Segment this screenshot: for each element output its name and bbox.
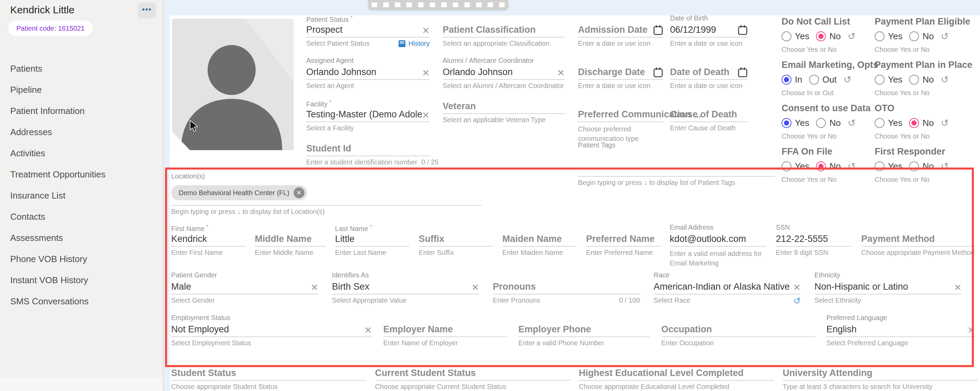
field-value[interactable]: kdot@outlook.com (670, 234, 766, 246)
undo-icon[interactable]: ↺ (794, 297, 801, 305)
highest-educational-level-field[interactable]: Highest Educational Level CompletedChoos… (579, 369, 775, 391)
radio-circle[interactable] (909, 31, 919, 41)
field-value[interactable]: English (827, 324, 968, 337)
field-value[interactable]: 212-22-5555 (776, 234, 851, 246)
field-value[interactable]: Non-Hispanic or Latino (814, 281, 954, 294)
clear-icon[interactable]: ✕ (557, 69, 565, 78)
field-placeholder-label[interactable]: Veteran (442, 101, 476, 113)
field-placeholder-label[interactable]: Preferred Name (586, 234, 655, 246)
alumni-aftercare-coordinator-field[interactable]: Alumni / Aftercare CoordinatorOrlando Jo… (442, 57, 565, 89)
radio-circle[interactable] (875, 118, 885, 128)
clear-icon[interactable]: ✕ (311, 283, 318, 292)
field-placeholder-label[interactable]: University Attending (783, 368, 872, 380)
student-id-field[interactable]: Student IdEnter a student identification… (306, 141, 430, 173)
current-student-status-field[interactable]: Current Student StatusChoose appropriate… (375, 369, 571, 391)
preferred-communication-field[interactable]: Preferred Communication ...Choose prefer… (578, 99, 663, 131)
clear-icon[interactable]: ✕ (422, 69, 430, 78)
radio-circle[interactable] (781, 75, 791, 85)
radio-option-no[interactable]: No (909, 74, 940, 85)
discharge-date-field[interactable]: Discharge DateEnter a date or use icon (578, 57, 663, 89)
radio-option-no[interactable]: No (816, 118, 847, 128)
field-placeholder-label[interactable]: Suffix (419, 234, 444, 246)
calendar-icon[interactable] (738, 67, 748, 78)
sidebar-item-patient-information[interactable]: Patient Information (0, 100, 164, 121)
clear-icon[interactable]: ✕ (364, 326, 372, 335)
radio-circle[interactable] (816, 161, 826, 171)
field-value[interactable]: Testing-Master (Demo Adolescent Tre (306, 109, 422, 121)
field-value[interactable]: Birth Sex (332, 281, 472, 294)
patient-gender-field[interactable]: Patient GenderMale✕Select Gender (171, 271, 318, 305)
radio-option-no[interactable]: No (816, 161, 847, 172)
radio-option-yes[interactable]: Yes (875, 74, 909, 85)
cause-of-death-field[interactable]: Cause of DeathEnter Cause of Death (670, 99, 748, 131)
preferred-language-field[interactable]: Preferred LanguageEnglish✕Select Preferr… (827, 314, 975, 347)
sidebar-item-assessments[interactable]: Assessments (0, 227, 164, 248)
sidebar-item-addresses[interactable]: Addresses (0, 121, 164, 143)
location-chip[interactable]: Demo Behavioral Health Center (FL)✕ (171, 185, 307, 200)
maiden-name-field[interactable]: Maiden NameEnter Maiden Name (502, 223, 576, 268)
admission-date-field[interactable]: Admission DateEnter a date or use icon (578, 14, 663, 46)
radio-option-yes[interactable]: Yes (781, 118, 816, 128)
field-placeholder-label[interactable]: Student Id (306, 143, 351, 156)
radio-circle[interactable] (781, 161, 791, 171)
calendar-icon[interactable] (653, 25, 663, 35)
history-link[interactable]: History (398, 40, 430, 48)
radio-circle[interactable] (781, 118, 791, 128)
clear-icon[interactable]: ✕ (472, 283, 479, 292)
field-placeholder-label[interactable]: Discharge Date (578, 67, 645, 79)
radio-option-out[interactable]: Out (809, 74, 843, 85)
radio-circle[interactable] (875, 31, 885, 41)
sidebar-item-activities[interactable]: Activities (0, 143, 164, 164)
date-of-death-field[interactable]: Date of DeathEnter a date or use icon (670, 57, 748, 89)
patient-classification-field[interactable]: Patient ClassificationSelect an appropri… (442, 14, 565, 46)
field-value[interactable]: American-Indian or Alaska Native (654, 281, 793, 294)
radio-circle[interactable] (909, 75, 919, 85)
sidebar-item-treatment-opportunities[interactable]: Treatment Opportunities (0, 164, 164, 185)
radio-circle[interactable] (816, 118, 826, 128)
employer-name-field[interactable]: Employer NameEnter Name of Employer (383, 314, 507, 347)
radio-circle[interactable] (816, 31, 826, 41)
radio-option-yes[interactable]: Yes (875, 31, 909, 41)
clear-icon[interactable]: ✕ (422, 111, 430, 120)
sidebar-item-instant-vob-history[interactable]: Instant VOB History (0, 270, 164, 291)
field-placeholder-label[interactable]: Employer Name (383, 324, 453, 337)
calendar-icon[interactable] (738, 25, 748, 35)
chip-remove-icon[interactable]: ✕ (294, 187, 304, 198)
sidebar-item-insurance-list[interactable]: Insurance List (0, 185, 164, 206)
radio-option-yes[interactable]: Yes (875, 161, 909, 172)
pronouns-field[interactable]: PronounsEnter Pronouns0 / 100 (493, 271, 640, 305)
facility-field[interactable]: Facility *Testing-Master (Demo Adolescen… (306, 99, 430, 131)
patient-status-field[interactable]: Patient Status *Prospect✕Select Patient … (306, 14, 430, 46)
clear-icon[interactable]: ✕ (967, 326, 975, 335)
locations-field[interactable]: Location(s)Demo Behavioral Health Center… (171, 172, 482, 215)
field-value[interactable]: Orlando Johnson (442, 67, 557, 79)
ethnicity-field[interactable]: EthnicityNon-Hispanic or Latino✕Select E… (814, 271, 962, 305)
preferred-name-field[interactable]: Preferred NameEnter Preferred Name (586, 223, 660, 268)
payment-method-field[interactable]: Payment MethodChoose appropriate Payment… (861, 223, 975, 268)
field-placeholder-label[interactable]: Student Status (171, 368, 236, 380)
field-value[interactable]: Orlando Johnson (306, 67, 422, 79)
undo-icon[interactable]: ↺ (848, 162, 856, 171)
veteran-field[interactable]: VeteranSelect an applicable Veteran Type (442, 99, 565, 131)
clear-icon[interactable]: ✕ (793, 283, 801, 292)
radio-option-no[interactable]: No (909, 118, 940, 128)
field-value[interactable]: Prospect (306, 25, 422, 37)
field-placeholder-label[interactable]: Maiden Name (502, 234, 562, 246)
field-placeholder-label[interactable]: Middle Name (255, 234, 312, 246)
student-status-field[interactable]: Student StatusChoose appropriate Student… (171, 369, 367, 391)
radio-circle[interactable] (875, 161, 885, 171)
field-value[interactable]: Little (335, 234, 409, 246)
field-value[interactable] (578, 174, 775, 176)
field-placeholder-label[interactable]: Date of Death (670, 67, 729, 79)
date-of-birth-field[interactable]: Date of Birth06/12/1999Enter a date or u… (670, 14, 748, 46)
radio-circle[interactable] (875, 75, 885, 85)
sidebar-item-phone-vob-history[interactable]: Phone VOB History (0, 248, 164, 270)
radio-circle[interactable] (809, 75, 819, 85)
email-address-field[interactable]: Email Addresskdot@outlook.comEnter a val… (670, 223, 766, 268)
field-placeholder-label[interactable]: Cause of Death (670, 109, 737, 121)
last-name-field[interactable]: Last Name *LittleEnter Last Name (335, 223, 409, 268)
more-options-button[interactable]: ••• (138, 3, 156, 18)
undo-icon[interactable]: ↺ (941, 75, 949, 85)
radio-circle[interactable] (781, 31, 791, 41)
radio-option-yes[interactable]: Yes (875, 118, 909, 128)
